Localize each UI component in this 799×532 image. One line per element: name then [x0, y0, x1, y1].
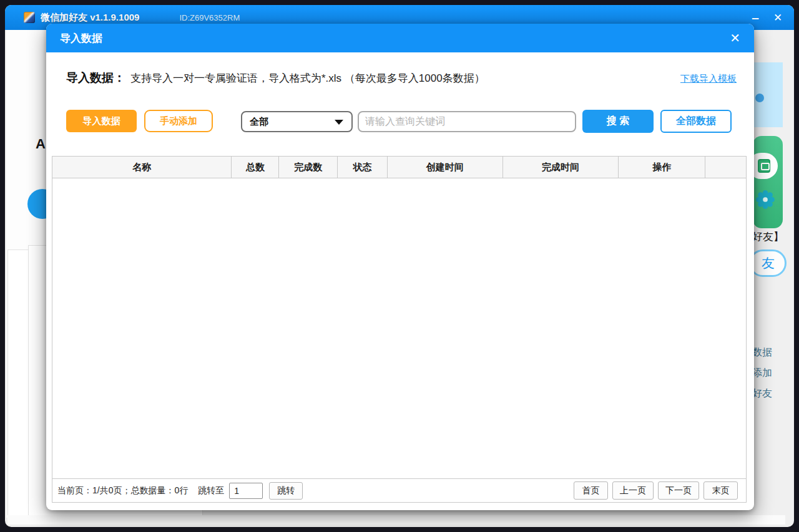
app-id-label: ID:Z69V6352RM [179, 13, 240, 22]
app-logo-icon [24, 12, 35, 23]
table-body-empty [52, 178, 746, 478]
pagination-status: 当前页：1/共0页；总数据量：0行 [57, 485, 188, 496]
background-menu-item: 好友 [752, 383, 790, 404]
app-window: 微信加好友 v1.1.9.1009 ID:Z69V6352RM – ✕ A 好友… [5, 5, 794, 527]
table-footer: 当前页：1/共0页；总数据量：0行 跳转至 跳转 首页 上一页 下一页 末页 [52, 478, 746, 502]
search-input[interactable] [358, 111, 576, 132]
next-page-button[interactable]: 下一页 [658, 481, 699, 500]
background-menu-item: 数据 [752, 342, 790, 362]
gear-icon [755, 190, 775, 210]
jump-to-label: 跳转至 [198, 485, 224, 496]
background-menu-fragments: 数据 添加 好友 [752, 342, 790, 404]
last-page-button[interactable]: 末页 [703, 481, 738, 500]
background-menu-item: 添加 [752, 362, 790, 383]
column-header-7 [705, 157, 746, 178]
table-header-row: 名称总数完成数状态创建时间完成时间操作 [52, 157, 746, 178]
import-data-dialog: 导入数据 ✕ 导入数据： 支持导入一对一专属验证语，导入格式为*.xls （每次… [46, 24, 754, 510]
background-add-friend-button[interactable]: 友 [749, 249, 787, 277]
download-template-link[interactable]: 下载导入模板 [680, 73, 737, 85]
filter-dropdown-value: 全部 [250, 116, 268, 127]
background-bottom-panel [7, 515, 785, 525]
search-button[interactable]: 搜 索 [582, 110, 654, 133]
description-text: 支持导入一对一专属验证语，导入格式为*.xls （每次最多导入1000条数据） [130, 71, 485, 85]
all-data-button[interactable]: 全部数据 [660, 110, 732, 133]
background-green-card [753, 136, 783, 228]
jump-page-input[interactable] [229, 483, 263, 499]
background-text-friends: 好友】 [752, 230, 784, 244]
app-title: 微信加好友 v1.1.9.1009 [41, 12, 139, 24]
chevron-down-icon [335, 120, 343, 125]
window-close-button[interactable]: ✕ [767, 11, 789, 24]
dialog-header: 导入数据 ✕ [46, 24, 754, 52]
column-header-1: 总数 [232, 157, 279, 178]
data-table: 名称总数完成数状态创建时间完成时间操作 当前页：1/共0页；总数据量：0行 跳转… [52, 156, 747, 503]
filter-dropdown[interactable]: 全部 [241, 111, 353, 132]
background-text-fragment: A [36, 136, 46, 152]
column-header-2: 完成数 [279, 157, 338, 178]
first-page-button[interactable]: 首页 [574, 481, 608, 500]
background-blue-dot [755, 94, 764, 102]
dialog-description: 导入数据： 支持导入一对一专属验证语，导入格式为*.xls （每次最多导入100… [66, 70, 737, 86]
dialog-title: 导入数据 [60, 31, 102, 46]
dialog-toolbar: 导入数据 手动添加 全部 搜 索 全部数据 [46, 110, 754, 133]
column-header-0: 名称 [52, 157, 232, 178]
jump-button[interactable]: 跳转 [269, 482, 303, 500]
column-header-3: 状态 [338, 157, 388, 178]
dialog-close-button[interactable]: ✕ [730, 31, 740, 46]
import-data-button[interactable]: 导入数据 [66, 110, 137, 132]
column-header-4: 创建时间 [388, 157, 503, 178]
manual-add-button[interactable]: 手动添加 [144, 110, 213, 132]
column-header-6: 操作 [619, 157, 705, 178]
description-label: 导入数据： [66, 70, 125, 86]
column-header-5: 完成时间 [503, 157, 619, 178]
prev-page-button[interactable]: 上一页 [612, 481, 654, 500]
wechat-icon [758, 159, 770, 173]
